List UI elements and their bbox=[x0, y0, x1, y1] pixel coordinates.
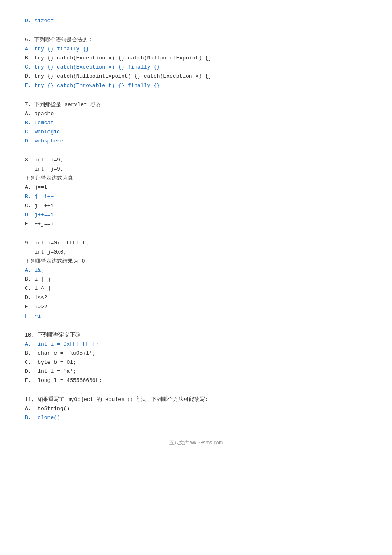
q8-a: A. j==I bbox=[25, 183, 367, 192]
q11-title: 11, 如果重写了 myObject 的 equles（）方法，下列哪个方法可能… bbox=[25, 395, 367, 404]
q8-title: 下列那些表达式为真 bbox=[25, 174, 367, 183]
q7-c: C. Weblogic bbox=[25, 128, 367, 137]
footer: 五八文库 wk.58sms.com bbox=[25, 439, 367, 446]
q10-a: A. int i = 0xFFFFFFFF; bbox=[25, 340, 367, 349]
q7-title: 7. 下列那些是 servlet 容器 bbox=[25, 100, 367, 109]
section-q9: 9 int i=0xFFFFFFFF; int j=0x0; 下列哪些表达式结果… bbox=[25, 239, 367, 321]
q10-e: E. long l = 455566666L; bbox=[25, 376, 367, 385]
q6-b: B. try {} catch(Exception x) {} catch(Nu… bbox=[25, 54, 367, 63]
q11-a: A. toString() bbox=[25, 404, 367, 413]
section-d-sizeof: D. sizeof bbox=[25, 17, 367, 26]
q6-c: C. try {} catch(Exception x) {} finally … bbox=[25, 63, 367, 72]
q9-b: B. i | j bbox=[25, 275, 367, 284]
q7-b: B. Tomcat bbox=[25, 119, 367, 128]
q8-b: B. j==i++ bbox=[25, 192, 367, 202]
q11-b: B. clone() bbox=[25, 413, 367, 422]
q10-d: D. int i = 'a'; bbox=[25, 367, 367, 376]
q9-code1: 9 int i=0xFFFFFFFF; bbox=[25, 239, 367, 248]
q9-d: D. i<<2 bbox=[25, 293, 367, 302]
main-content: D. sizeof 6. 下列哪个语句是合法的： A. try {} final… bbox=[25, 17, 367, 423]
section-q10: 10. 下列哪些定义正确 A. int i = 0xFFFFFFFF; B. c… bbox=[25, 331, 367, 386]
q8-code1: 8. int i=9; bbox=[25, 156, 367, 165]
q10-b: B. char c = '\u0571'; bbox=[25, 349, 367, 358]
q8-d: D. j++==i bbox=[25, 211, 367, 220]
section-q7: 7. 下列那些是 servlet 容器 A. apache B. Tomcat … bbox=[25, 100, 367, 146]
q9-e: E. i>>2 bbox=[25, 303, 367, 312]
q9-c: C. i ^ j bbox=[25, 284, 367, 293]
section-q11: 11, 如果重写了 myObject 的 equles（）方法，下列哪个方法可能… bbox=[25, 395, 367, 422]
section-q6: 6. 下列哪个语句是合法的： A. try {} finally {} B. t… bbox=[25, 36, 367, 90]
q6-d: D. try {} catch(NullpointExpoint) {} cat… bbox=[25, 72, 367, 81]
q7-d: D. websphere bbox=[25, 137, 367, 146]
q10-c: C. byte b = 01; bbox=[25, 358, 367, 367]
q8-code2: int j=9; bbox=[25, 165, 367, 174]
q8-e: E. ++j==i bbox=[25, 220, 367, 229]
q7-a: A. apache bbox=[25, 109, 367, 119]
q10-title: 10. 下列哪些定义正确 bbox=[25, 331, 367, 340]
q6-title: 6. 下列哪个语句是合法的： bbox=[25, 36, 367, 45]
q9-f: F ~i bbox=[25, 312, 367, 321]
q9-title: 下列哪些表达式结果为 0 bbox=[25, 257, 367, 266]
q8-c: C. j==++i bbox=[25, 202, 367, 211]
q9-code2: int j=0x0; bbox=[25, 248, 367, 257]
q9-a: A. i&j bbox=[25, 266, 367, 275]
section-q8: 8. int i=9; int j=9; 下列那些表达式为真 A. j==I B… bbox=[25, 156, 367, 229]
d-sizeof-line: D. sizeof bbox=[25, 17, 367, 26]
q6-e: E. try {} catch(Throwable t) {} finally … bbox=[25, 81, 367, 90]
q6-a: A. try {} finally {} bbox=[25, 45, 367, 54]
